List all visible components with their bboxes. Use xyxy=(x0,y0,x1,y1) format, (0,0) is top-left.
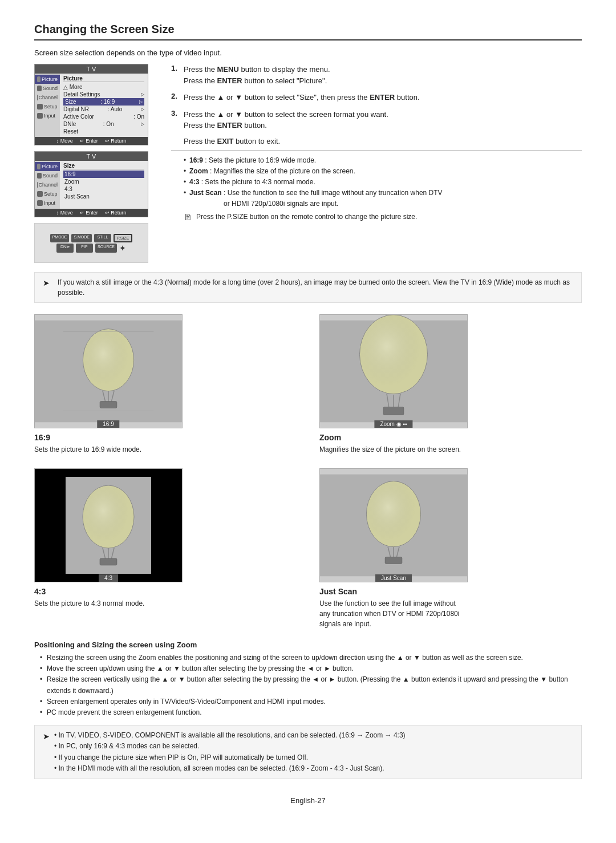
tv-sidebar-2: Picture Sound Channel Setup xyxy=(35,161,60,209)
pos-item-4: Screen enlargement operates only in TV/V… xyxy=(40,696,582,707)
bottom-note-content: • In TV, VIDEO, S-VIDEO, COMPONENT is av… xyxy=(54,730,406,774)
step-3-num: 3. xyxy=(171,109,179,131)
dnie-btn: DNIe xyxy=(56,244,74,253)
warning-text: If you watch a still image or the 4:3 (N… xyxy=(58,277,573,298)
sidebar2-input: Input xyxy=(35,198,60,208)
picture-menu-header: Picture xyxy=(63,75,144,82)
psize-btn[interactable]: P.SIZE xyxy=(114,234,132,242)
positioning-title: Positioning and Sizing the screen using … xyxy=(34,641,582,649)
image-label-43: 4:3 xyxy=(99,574,118,582)
warning-icon: ➤ xyxy=(43,277,53,298)
tv-panel-1-content: Picture Sound Channel Setup xyxy=(35,74,148,137)
balloon-svg-169 xyxy=(35,315,182,428)
menu-more: △ More xyxy=(63,83,144,91)
image-desc-169: Sets the picture to 16:9 wide mode. xyxy=(34,444,141,455)
bottom-note-line-4: • In the HDMI mode with all the resoluti… xyxy=(54,764,384,772)
image-cell-justscan: Just Scan Just Scan Use the function to … xyxy=(319,468,582,629)
image-box-169: 16:9 xyxy=(34,314,183,428)
warning-note: ➤ If you watch a still image or the 4:3 … xyxy=(34,272,582,303)
sidebar-picture: Picture xyxy=(35,75,60,84)
image-label-169: 16:9 xyxy=(97,420,119,428)
bullet-zoom: Zoom : Magnifies the size of the picture… xyxy=(184,166,582,177)
pos-item-2: Move the screen up/down using the ▲ or ▼… xyxy=(40,663,582,674)
step-1-text: Press the MENU button to display the men… xyxy=(184,64,330,86)
image-43-inner xyxy=(66,477,151,574)
balloon-svg-zoom xyxy=(320,315,467,428)
bottom-note-line-3: • If you change the picture size when PI… xyxy=(54,753,308,761)
menu-active-color: Active Color: On xyxy=(63,113,144,120)
steps-section: 1. Press the MENU button to display the … xyxy=(171,64,582,263)
step-3: 3. Press the ▲ or ▼ button to select the… xyxy=(171,109,582,131)
sidebar-sound: Sound xyxy=(35,84,60,93)
svg-point-2 xyxy=(83,329,133,391)
bottom-note-line-1: • In TV, VIDEO, S-VIDEO, COMPONENT is av… xyxy=(54,731,406,739)
sidebar-input: Input xyxy=(35,111,60,120)
balloon-svg-justscan xyxy=(320,469,467,582)
image-desc-43: Sets the picture to 4:3 normal mode. xyxy=(34,598,144,609)
psize-note-text: Press the P.SIZE button on the remote co… xyxy=(196,213,417,222)
menu-dnr: Digital NR: Auto▷ xyxy=(63,106,144,113)
remote-row-1: PMODE S.MODE STILL P.SIZE xyxy=(38,234,144,242)
pos-item-3: Resize the screen vertically using the ▲… xyxy=(40,674,582,696)
sound2-icon xyxy=(37,173,42,179)
pmode-btn: PMODE xyxy=(50,234,70,242)
balloon-svg-43 xyxy=(66,477,151,574)
image-title-zoom: Zoom xyxy=(319,433,341,442)
page-title: Changing the Screen Size xyxy=(34,23,582,40)
intro-text: Screen size selection depends on the typ… xyxy=(34,48,582,57)
image-box-zoom: Zoom ◉ ▪▪ xyxy=(319,314,468,428)
top-section: T V Picture Sound Channel xyxy=(34,64,582,263)
image-desc-zoom: Magnifies the size of the picture on the… xyxy=(319,444,461,455)
sidebar2-setup: Setup xyxy=(35,189,60,198)
menu-detail: Detail Settings▷ xyxy=(63,91,144,98)
left-panels: T V Picture Sound Channel xyxy=(34,64,154,263)
svg-rect-17 xyxy=(385,557,402,564)
bottom-note-arrow: ➤ xyxy=(43,730,50,774)
sidebar2-picture: Picture xyxy=(35,162,60,171)
tv-panel-2-title: T V xyxy=(35,152,148,161)
menu-dnle: DNle: On▷ xyxy=(63,120,144,128)
page-number: English-27 xyxy=(34,796,582,805)
image-cell-zoom: Zoom ◉ ▪▪ Zoom Magnifies the size of the… xyxy=(319,314,582,455)
bullets-list: 16:9 : Sets the picture to 16:9 wide mod… xyxy=(184,155,582,210)
setup2-icon xyxy=(37,191,43,197)
size-4-3: 4:3 xyxy=(63,185,144,193)
svg-rect-9 xyxy=(383,407,404,415)
bullet-4-3: 4:3 : Sets the picture to 4:3 normal mod… xyxy=(184,177,582,188)
positioning-list: Resizing the screen using the Zoom enabl… xyxy=(40,652,582,718)
image-label-zoom: Zoom ◉ ▪▪ xyxy=(374,420,412,428)
step-2: 2. Press the ▲ or ▼ button to select "Si… xyxy=(171,92,582,103)
bottom-note-line-2: • In PC, only 16:9 & 4:3 modes can be se… xyxy=(54,742,199,750)
sound-icon xyxy=(37,86,42,91)
sidebar-setup: Setup xyxy=(35,102,60,111)
pos-item-5: PC mode prevent the screen enlargement f… xyxy=(40,707,582,718)
step-2-text: Press the ▲ or ▼ button to select "Size"… xyxy=(184,92,420,103)
image-grid: 16:9 16:9 Sets the picture to 16:9 wide … xyxy=(34,314,582,629)
image-cell-169: 16:9 16:9 Sets the picture to 16:9 wide … xyxy=(34,314,297,455)
sidebar2-channel: Channel xyxy=(35,180,60,189)
remote-buttons: PMODE S.MODE STILL P.SIZE DNIe PIP SOURC… xyxy=(35,230,148,256)
image-desc-justscan: Use the function to see the full image w… xyxy=(319,598,468,629)
remote-panel: PMODE S.MODE STILL P.SIZE DNIe PIP SOURC… xyxy=(34,223,148,263)
svg-point-16 xyxy=(366,481,420,547)
divider-1 xyxy=(171,150,582,151)
tv-panel-size: T V Picture Sound Channel xyxy=(34,151,148,217)
image-cell-43: 4:3 4:3 Sets the picture to 4:3 normal m… xyxy=(34,468,297,629)
tv-panel-2-footer: ↕ Move ↵ Enter ↩ Return xyxy=(35,209,148,217)
size-menu-header: Size xyxy=(63,163,144,169)
bullet-just-scan: Just Scan : Use the function to see the … xyxy=(184,188,582,209)
size-16-9: 16:9 xyxy=(63,171,144,178)
size-just-scan: Just Scan xyxy=(63,193,144,200)
smode-btn: S.MODE xyxy=(71,234,92,242)
press-exit: Press the EXIT button to exit. xyxy=(184,137,582,145)
picture-icon xyxy=(37,76,40,82)
image-box-43: 4:3 xyxy=(34,468,183,582)
sidebar-channel: Channel xyxy=(35,93,60,102)
tv-panel-picture: T V Picture Sound Channel xyxy=(34,64,148,145)
pos-item-1: Resizing the screen using the Zoom enabl… xyxy=(40,652,582,663)
svg-point-8 xyxy=(359,315,427,394)
svg-rect-3 xyxy=(100,402,117,408)
step-2-num: 2. xyxy=(171,92,179,103)
tv-panel-1-title: T V xyxy=(35,64,148,74)
psize-note: 🖹 Press the P.SIZE button on the remote … xyxy=(184,213,582,222)
